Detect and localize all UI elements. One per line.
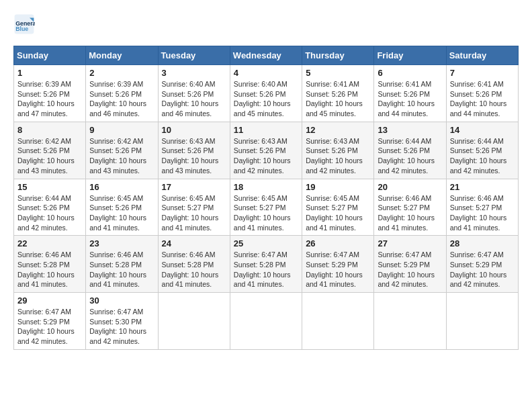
calendar-cell: 28Sunrise: 6:47 AM Sunset: 5:29 PM Dayli… (446, 236, 518, 293)
day-number: 29 (17, 295, 82, 306)
calendar-cell: 10Sunrise: 6:43 AM Sunset: 5:26 PM Dayli… (158, 122, 230, 179)
calendar-cell: 2Sunrise: 6:39 AM Sunset: 5:26 PM Daylig… (86, 65, 158, 122)
day-info: Sunrise: 6:39 AM Sunset: 5:26 PM Dayligh… (17, 79, 82, 119)
logo: General Blue (13, 13, 38, 35)
calendar-cell (158, 293, 230, 350)
calendar-cell (446, 293, 518, 350)
calendar-table: SundayMondayTuesdayWednesdayThursdayFrid… (13, 46, 519, 350)
column-header-saturday: Saturday (446, 46, 518, 65)
day-number: 2 (89, 68, 154, 78)
column-header-wednesday: Wednesday (230, 46, 302, 65)
day-info: Sunrise: 6:47 AM Sunset: 5:29 PM Dayligh… (378, 250, 442, 289)
calendar-week-5: 29Sunrise: 6:47 AM Sunset: 5:29 PM Dayli… (14, 293, 519, 350)
calendar-cell: 21Sunrise: 6:46 AM Sunset: 5:27 PM Dayli… (446, 179, 518, 236)
day-info: Sunrise: 6:47 AM Sunset: 5:28 PM Dayligh… (234, 250, 298, 289)
day-info: Sunrise: 6:47 AM Sunset: 5:29 PM Dayligh… (306, 250, 370, 289)
day-info: Sunrise: 6:40 AM Sunset: 5:26 PM Dayligh… (234, 79, 298, 119)
page-header: General Blue (13, 13, 519, 35)
day-number: 23 (89, 238, 154, 248)
day-number: 15 (17, 182, 82, 192)
day-number: 5 (306, 68, 370, 78)
calendar-cell: 20Sunrise: 6:46 AM Sunset: 5:27 PM Dayli… (374, 179, 446, 236)
column-header-monday: Monday (86, 46, 158, 65)
calendar-cell: 23Sunrise: 6:46 AM Sunset: 5:28 PM Dayli… (86, 236, 158, 293)
calendar-week-3: 15Sunrise: 6:44 AM Sunset: 5:26 PM Dayli… (14, 179, 519, 236)
day-number: 22 (17, 238, 82, 248)
logo-icon: General Blue (13, 13, 35, 35)
day-number: 7 (450, 68, 515, 78)
calendar-cell: 7Sunrise: 6:41 AM Sunset: 5:26 PM Daylig… (446, 65, 518, 122)
calendar-cell: 27Sunrise: 6:47 AM Sunset: 5:29 PM Dayli… (374, 236, 446, 293)
calendar-cell: 24Sunrise: 6:46 AM Sunset: 5:28 PM Dayli… (158, 236, 230, 293)
column-header-tuesday: Tuesday (158, 46, 230, 65)
day-number: 18 (234, 182, 298, 192)
day-info: Sunrise: 6:39 AM Sunset: 5:26 PM Dayligh… (89, 79, 154, 119)
calendar-cell: 16Sunrise: 6:45 AM Sunset: 5:26 PM Dayli… (86, 179, 158, 236)
day-number: 30 (89, 295, 154, 306)
day-number: 13 (378, 125, 442, 135)
day-number: 8 (17, 125, 82, 135)
day-info: Sunrise: 6:43 AM Sunset: 5:26 PM Dayligh… (162, 136, 226, 176)
calendar-cell: 22Sunrise: 6:46 AM Sunset: 5:28 PM Dayli… (14, 236, 86, 293)
day-info: Sunrise: 6:44 AM Sunset: 5:26 PM Dayligh… (17, 193, 82, 233)
day-info: Sunrise: 6:45 AM Sunset: 5:27 PM Dayligh… (306, 193, 370, 233)
day-number: 1 (17, 68, 82, 78)
calendar-week-1: 1Sunrise: 6:39 AM Sunset: 5:26 PM Daylig… (14, 65, 519, 122)
calendar-cell: 12Sunrise: 6:43 AM Sunset: 5:26 PM Dayli… (302, 122, 374, 179)
day-number: 19 (306, 182, 370, 192)
calendar-cell: 18Sunrise: 6:45 AM Sunset: 5:27 PM Dayli… (230, 179, 302, 236)
calendar-week-2: 8Sunrise: 6:42 AM Sunset: 5:26 PM Daylig… (14, 122, 519, 179)
calendar-week-4: 22Sunrise: 6:46 AM Sunset: 5:28 PM Dayli… (14, 236, 519, 293)
day-number: 26 (306, 238, 370, 248)
calendar-cell (374, 293, 446, 350)
calendar-cell: 29Sunrise: 6:47 AM Sunset: 5:29 PM Dayli… (14, 293, 86, 350)
day-number: 24 (162, 238, 226, 248)
day-number: 20 (378, 182, 442, 192)
day-info: Sunrise: 6:43 AM Sunset: 5:26 PM Dayligh… (306, 136, 370, 176)
day-number: 6 (378, 68, 442, 78)
day-info: Sunrise: 6:45 AM Sunset: 5:27 PM Dayligh… (162, 193, 226, 233)
day-info: Sunrise: 6:43 AM Sunset: 5:26 PM Dayligh… (234, 136, 298, 176)
day-number: 4 (234, 68, 298, 78)
calendar-cell: 30Sunrise: 6:47 AM Sunset: 5:30 PM Dayli… (86, 293, 158, 350)
day-number: 11 (234, 125, 298, 135)
day-info: Sunrise: 6:47 AM Sunset: 5:30 PM Dayligh… (89, 307, 154, 347)
calendar-cell: 4Sunrise: 6:40 AM Sunset: 5:26 PM Daylig… (230, 65, 302, 122)
day-info: Sunrise: 6:45 AM Sunset: 5:27 PM Dayligh… (234, 193, 298, 233)
day-info: Sunrise: 6:46 AM Sunset: 5:27 PM Dayligh… (450, 193, 515, 233)
day-info: Sunrise: 6:41 AM Sunset: 5:26 PM Dayligh… (306, 79, 370, 119)
day-number: 14 (450, 125, 515, 135)
calendar-header-row: SundayMondayTuesdayWednesdayThursdayFrid… (14, 46, 519, 65)
day-number: 21 (450, 182, 515, 192)
calendar-cell: 19Sunrise: 6:45 AM Sunset: 5:27 PM Dayli… (302, 179, 374, 236)
calendar-cell: 14Sunrise: 6:44 AM Sunset: 5:26 PM Dayli… (446, 122, 518, 179)
day-info: Sunrise: 6:41 AM Sunset: 5:26 PM Dayligh… (450, 79, 515, 119)
day-number: 28 (450, 238, 515, 248)
day-number: 10 (162, 125, 226, 135)
calendar-cell: 26Sunrise: 6:47 AM Sunset: 5:29 PM Dayli… (302, 236, 374, 293)
calendar-cell: 25Sunrise: 6:47 AM Sunset: 5:28 PM Dayli… (230, 236, 302, 293)
day-info: Sunrise: 6:40 AM Sunset: 5:26 PM Dayligh… (162, 79, 226, 119)
calendar-cell: 13Sunrise: 6:44 AM Sunset: 5:26 PM Dayli… (374, 122, 446, 179)
calendar-cell: 15Sunrise: 6:44 AM Sunset: 5:26 PM Dayli… (14, 179, 86, 236)
column-header-friday: Friday (374, 46, 446, 65)
day-info: Sunrise: 6:45 AM Sunset: 5:26 PM Dayligh… (89, 193, 154, 233)
column-header-thursday: Thursday (302, 46, 374, 65)
day-info: Sunrise: 6:46 AM Sunset: 5:28 PM Dayligh… (89, 250, 154, 289)
day-info: Sunrise: 6:47 AM Sunset: 5:29 PM Dayligh… (17, 307, 82, 347)
calendar-cell: 3Sunrise: 6:40 AM Sunset: 5:26 PM Daylig… (158, 65, 230, 122)
day-number: 12 (306, 125, 370, 135)
day-info: Sunrise: 6:42 AM Sunset: 5:26 PM Dayligh… (89, 136, 154, 176)
day-info: Sunrise: 6:46 AM Sunset: 5:28 PM Dayligh… (17, 250, 82, 289)
day-number: 16 (89, 182, 154, 192)
calendar-cell: 5Sunrise: 6:41 AM Sunset: 5:26 PM Daylig… (302, 65, 374, 122)
calendar-cell: 6Sunrise: 6:41 AM Sunset: 5:26 PM Daylig… (374, 65, 446, 122)
day-number: 3 (162, 68, 226, 78)
day-info: Sunrise: 6:46 AM Sunset: 5:27 PM Dayligh… (378, 193, 442, 233)
day-number: 25 (234, 238, 298, 248)
day-info: Sunrise: 6:44 AM Sunset: 5:26 PM Dayligh… (450, 136, 515, 176)
calendar-cell: 1Sunrise: 6:39 AM Sunset: 5:26 PM Daylig… (14, 65, 86, 122)
calendar-cell (230, 293, 302, 350)
svg-text:Blue: Blue (15, 26, 28, 32)
calendar-cell: 9Sunrise: 6:42 AM Sunset: 5:26 PM Daylig… (86, 122, 158, 179)
